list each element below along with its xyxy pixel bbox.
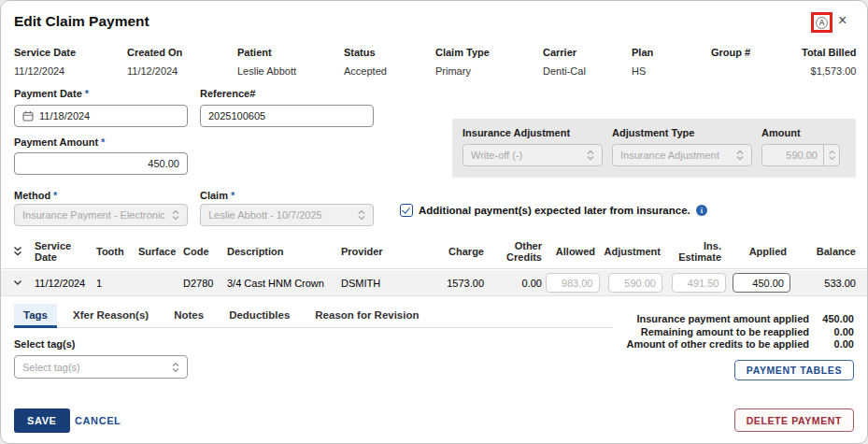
col-tooth[interactable]: Tooth [96, 246, 138, 257]
info-value: 11/12/2024 [14, 65, 64, 77]
claim-select[interactable]: Leslie Abbott - 10/7/2025 [200, 204, 374, 226]
close-icon[interactable]: × [838, 13, 847, 28]
chevron-up-icon [829, 150, 835, 154]
info-service-date: Service Date 11/12/2024 [14, 47, 127, 79]
chevron-down-icon [13, 279, 22, 286]
number-spinner[interactable] [823, 145, 839, 165]
info-group-number: Group # [711, 47, 802, 79]
info-label: Patient [237, 47, 344, 58]
chevron-double-down-icon [13, 246, 22, 257]
required-asterisk: * [101, 136, 105, 148]
additional-payment-checkbox[interactable] [400, 204, 413, 217]
summary-value: 0.00 [809, 326, 854, 338]
select-tags-dropdown[interactable]: Select tag(s) [14, 355, 188, 379]
col-charge[interactable]: Charge [431, 246, 484, 257]
selected-value: Leslie Abbott - 10/7/2025 [208, 209, 322, 221]
info-label: Plan [632, 47, 711, 58]
label-text: Method [14, 190, 50, 201]
save-button[interactable]: SAVE [14, 408, 70, 433]
applied-input[interactable] [733, 273, 790, 293]
info-claim-type: Claim Type Primary [435, 47, 543, 79]
col-code[interactable]: Code [183, 246, 227, 257]
cell-provider: DSMITH [341, 278, 431, 289]
selected-value: Insurance Adjustment [620, 150, 719, 161]
chevron-updown-icon [736, 150, 744, 161]
auto-annotation-highlight[interactable]: A [811, 12, 832, 33]
col-ins-estimate[interactable]: Ins. Estimate [668, 240, 729, 263]
collapse-all-button[interactable] [1, 246, 35, 257]
amount-value: 590.00 [762, 145, 823, 165]
col-balance[interactable]: Balance [794, 246, 868, 257]
reference-label: Reference# [200, 88, 255, 99]
cell-balance: 533.00 [794, 278, 868, 289]
info-label: Status [344, 47, 435, 58]
allowed-input [546, 273, 600, 293]
claim-info-row: Service Date 11/12/2024 Created On 11/12… [14, 47, 854, 79]
summary-row: Amount of other credits to be applied 0.… [626, 338, 854, 351]
adjustment-amount-label: Amount [761, 127, 840, 138]
insurance-adjustment-panel: Insurance Adjustment Write-off (-) Adjus… [452, 119, 856, 178]
tab-deductibles[interactable]: Deductibles [220, 304, 299, 328]
info-label: Group # [711, 47, 802, 58]
info-value: $1,573.00 [811, 65, 857, 77]
chevron-updown-icon [172, 209, 179, 221]
col-description[interactable]: Description [227, 246, 341, 257]
payment-amount-input[interactable] [14, 152, 188, 175]
info-label: Service Date [14, 47, 127, 58]
select-tags-label: Select tag(s) [14, 338, 75, 350]
info-created-on: Created On 11/12/2024 [127, 47, 237, 79]
tab-tags[interactable]: Tags [14, 304, 57, 328]
required-asterisk: * [231, 190, 235, 201]
reference-input[interactable] [200, 105, 374, 127]
tab-xfer-reasons[interactable]: Xfer Reason(s) [64, 304, 158, 328]
info-value: Primary [435, 65, 471, 77]
placeholder-text: Select tag(s) [22, 362, 80, 373]
info-icon[interactable]: i [696, 205, 707, 216]
cell-charge: 1573.00 [431, 278, 484, 289]
label-text: Payment Amount [14, 136, 98, 148]
adjustment-amount-input[interactable]: 590.00 [761, 144, 840, 166]
col-adjustment[interactable]: Adjustment [603, 246, 668, 257]
info-label: Created On [127, 47, 237, 58]
row-expander[interactable] [1, 279, 35, 286]
info-value: Denti-Cal [543, 65, 586, 77]
info-label: Claim Type [435, 47, 543, 58]
info-value: 11/12/2024 [127, 65, 178, 77]
delete-payment-button[interactable]: DELETE PAYMENT [734, 408, 854, 432]
col-provider[interactable]: Provider [341, 246, 431, 257]
tab-reason-for-revision[interactable]: Reason for Revision [306, 304, 428, 328]
edit-claim-payment-dialog: Edit Claim Payment A × Service Date 11/1… [0, 0, 868, 444]
info-patient: Patient Leslie Abbott [237, 47, 344, 79]
additional-payment-label: Additional payment(s) expected later fro… [419, 205, 690, 216]
info-label: Total Billed [802, 47, 856, 58]
payment-date-input[interactable]: 11/18/2024 [14, 105, 188, 127]
tab-notes[interactable]: Notes [164, 304, 213, 328]
payment-tables-button[interactable]: PAYMENT TABLES [734, 360, 854, 380]
adjustment-type-label: Adjustment Type [612, 127, 752, 138]
summary-label: Amount of other credits to be applied [626, 338, 809, 351]
adjustment-type-select[interactable]: Insurance Adjustment [612, 144, 752, 166]
insurance-adjustment-label: Insurance Adjustment [462, 127, 603, 138]
info-value: HS [632, 65, 646, 77]
col-applied[interactable]: Applied [729, 246, 794, 257]
col-service-date[interactable]: Service Date [35, 240, 96, 263]
procedure-table-header: Service Date Tooth Surface Code Descript… [1, 235, 867, 269]
required-asterisk: * [85, 88, 89, 99]
selected-value: Write-off (-) [471, 150, 522, 161]
col-other-credits[interactable]: Other Credits [484, 240, 542, 263]
table-row: 11/12/2024 1 D2780 3/4 Cast HNM Crown DS… [1, 270, 867, 296]
cancel-button[interactable]: CANCEL [75, 415, 121, 426]
chevron-updown-icon [172, 362, 179, 373]
method-select[interactable]: Insurance Payment - Electronic [14, 204, 188, 226]
insurance-adjustment-select[interactable]: Write-off (-) [462, 144, 603, 166]
info-value: Leslie Abbott [237, 65, 296, 77]
payment-date-label: Payment Date* [14, 88, 89, 99]
label-text: Payment Date [14, 88, 82, 99]
calendar-icon [22, 110, 34, 122]
additional-payment-row: Additional payment(s) expected later fro… [400, 204, 707, 217]
payment-amount-label: Payment Amount* [14, 136, 105, 148]
payment-summary: Insurance payment amount applied 450.00 … [626, 313, 854, 351]
label-text: Claim [200, 190, 228, 201]
col-surface[interactable]: Surface [138, 246, 183, 257]
col-allowed[interactable]: Allowed [542, 246, 603, 257]
